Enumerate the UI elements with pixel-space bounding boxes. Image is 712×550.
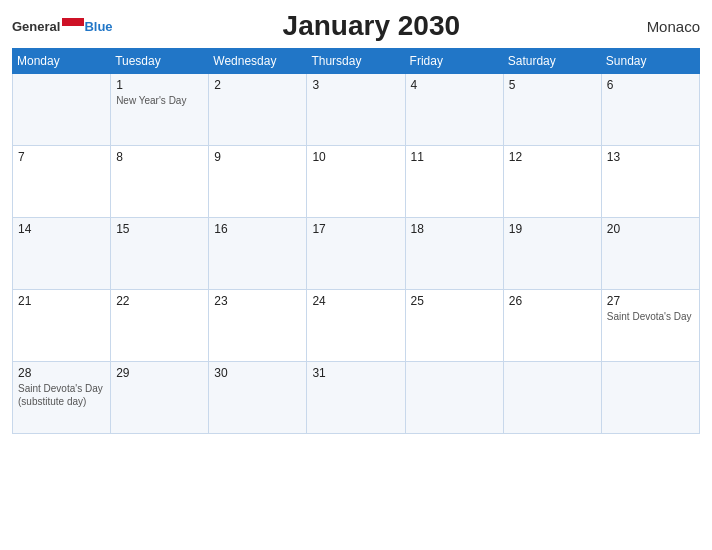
day-number: 6 bbox=[607, 78, 694, 92]
day-number: 10 bbox=[312, 150, 399, 164]
calendar-cell: 19 bbox=[503, 218, 601, 290]
day-number: 9 bbox=[214, 150, 301, 164]
week-row-4: 21222324252627Saint Devota's Day bbox=[13, 290, 700, 362]
calendar-cell bbox=[503, 362, 601, 434]
calendar-cell: 31 bbox=[307, 362, 405, 434]
weekday-header-row: MondayTuesdayWednesdayThursdayFridaySatu… bbox=[13, 49, 700, 74]
calendar-cell: 29 bbox=[111, 362, 209, 434]
weekday-header-sunday: Sunday bbox=[601, 49, 699, 74]
calendar-cell: 10 bbox=[307, 146, 405, 218]
svg-rect-0 bbox=[62, 18, 84, 26]
calendar-cell: 24 bbox=[307, 290, 405, 362]
calendar-cell: 11 bbox=[405, 146, 503, 218]
calendar-cell: 25 bbox=[405, 290, 503, 362]
day-number: 1 bbox=[116, 78, 203, 92]
calendar-cell: 3 bbox=[307, 74, 405, 146]
logo-blue-text: Blue bbox=[84, 19, 112, 34]
calendar-cell: 16 bbox=[209, 218, 307, 290]
day-number: 2 bbox=[214, 78, 301, 92]
calendar-cell: 15 bbox=[111, 218, 209, 290]
calendar-cell: 4 bbox=[405, 74, 503, 146]
calendar-cell: 28Saint Devota's Day (substitute day) bbox=[13, 362, 111, 434]
calendar-cell: 6 bbox=[601, 74, 699, 146]
day-number: 3 bbox=[312, 78, 399, 92]
day-number: 5 bbox=[509, 78, 596, 92]
calendar-cell: 5 bbox=[503, 74, 601, 146]
day-number: 17 bbox=[312, 222, 399, 236]
calendar-cell: 26 bbox=[503, 290, 601, 362]
calendar-cell: 1New Year's Day bbox=[111, 74, 209, 146]
weekday-header-wednesday: Wednesday bbox=[209, 49, 307, 74]
holiday-label: Saint Devota's Day bbox=[607, 310, 694, 323]
logo-flag-icon bbox=[62, 18, 84, 34]
holiday-label: Saint Devota's Day (substitute day) bbox=[18, 382, 105, 408]
day-number: 18 bbox=[411, 222, 498, 236]
calendar-cell: 14 bbox=[13, 218, 111, 290]
calendar-cell: 30 bbox=[209, 362, 307, 434]
week-row-5: 28Saint Devota's Day (substitute day)293… bbox=[13, 362, 700, 434]
day-number: 8 bbox=[116, 150, 203, 164]
calendar-cell bbox=[601, 362, 699, 434]
header: General Blue January 2030 Monaco bbox=[12, 10, 700, 42]
calendar-cell: 18 bbox=[405, 218, 503, 290]
country-label: Monaco bbox=[630, 18, 700, 35]
day-number: 22 bbox=[116, 294, 203, 308]
day-number: 12 bbox=[509, 150, 596, 164]
day-number: 24 bbox=[312, 294, 399, 308]
day-number: 27 bbox=[607, 294, 694, 308]
calendar-cell: 12 bbox=[503, 146, 601, 218]
calendar-cell bbox=[13, 74, 111, 146]
week-row-2: 78910111213 bbox=[13, 146, 700, 218]
weekday-header-friday: Friday bbox=[405, 49, 503, 74]
weekday-header-monday: Monday bbox=[13, 49, 111, 74]
calendar-page: General Blue January 2030 Monaco MondayT… bbox=[0, 0, 712, 550]
calendar-cell: 8 bbox=[111, 146, 209, 218]
day-number: 21 bbox=[18, 294, 105, 308]
day-number: 29 bbox=[116, 366, 203, 380]
day-number: 30 bbox=[214, 366, 301, 380]
calendar-cell: 21 bbox=[13, 290, 111, 362]
logo: General Blue bbox=[12, 18, 113, 34]
logo-general-text: General bbox=[12, 19, 60, 34]
day-number: 11 bbox=[411, 150, 498, 164]
holiday-label: New Year's Day bbox=[116, 94, 203, 107]
calendar-cell: 17 bbox=[307, 218, 405, 290]
day-number: 16 bbox=[214, 222, 301, 236]
day-number: 25 bbox=[411, 294, 498, 308]
day-number: 20 bbox=[607, 222, 694, 236]
day-number: 4 bbox=[411, 78, 498, 92]
calendar-cell: 27Saint Devota's Day bbox=[601, 290, 699, 362]
calendar-cell: 7 bbox=[13, 146, 111, 218]
calendar-cell: 22 bbox=[111, 290, 209, 362]
day-number: 19 bbox=[509, 222, 596, 236]
calendar-cell: 13 bbox=[601, 146, 699, 218]
calendar-cell: 23 bbox=[209, 290, 307, 362]
day-number: 15 bbox=[116, 222, 203, 236]
page-title: January 2030 bbox=[113, 10, 630, 42]
day-number: 31 bbox=[312, 366, 399, 380]
svg-rect-1 bbox=[62, 26, 84, 34]
day-number: 23 bbox=[214, 294, 301, 308]
weekday-header-saturday: Saturday bbox=[503, 49, 601, 74]
day-number: 28 bbox=[18, 366, 105, 380]
day-number: 13 bbox=[607, 150, 694, 164]
calendar-cell: 9 bbox=[209, 146, 307, 218]
weekday-header-tuesday: Tuesday bbox=[111, 49, 209, 74]
day-number: 26 bbox=[509, 294, 596, 308]
calendar-cell bbox=[405, 362, 503, 434]
calendar-table: MondayTuesdayWednesdayThursdayFridaySatu… bbox=[12, 48, 700, 434]
day-number: 7 bbox=[18, 150, 105, 164]
week-row-1: 1New Year's Day23456 bbox=[13, 74, 700, 146]
weekday-header-thursday: Thursday bbox=[307, 49, 405, 74]
calendar-cell: 20 bbox=[601, 218, 699, 290]
calendar-cell: 2 bbox=[209, 74, 307, 146]
day-number: 14 bbox=[18, 222, 105, 236]
week-row-3: 14151617181920 bbox=[13, 218, 700, 290]
